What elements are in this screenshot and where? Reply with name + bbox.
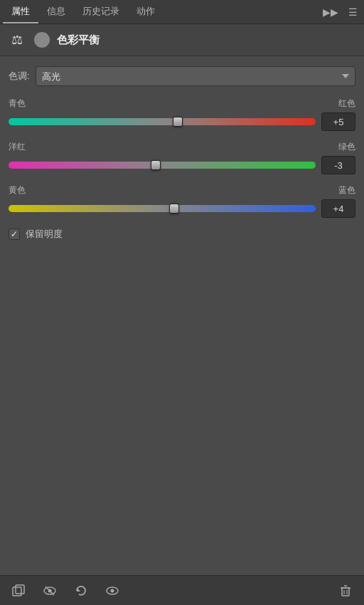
panel-title: 色彩平衡	[57, 33, 100, 47]
slider-track-3	[9, 205, 316, 212]
reset-icon	[74, 584, 88, 598]
slider-track-1	[9, 118, 316, 125]
slider-thumb-2[interactable]	[151, 160, 161, 170]
bottom-toolbar	[0, 575, 364, 605]
expand-btn[interactable]: ▶▶	[319, 5, 342, 19]
circle-icon	[34, 32, 50, 48]
svg-marker-4	[77, 588, 80, 591]
slider-container-3: +4	[9, 199, 355, 218]
content-area: 色调: 阴影 中间调 高光 青色 红色 +5 洋红 绿色	[0, 56, 364, 251]
slider-row-magenta-green: 洋红 绿色 -3	[9, 141, 355, 174]
svg-rect-1	[16, 585, 24, 594]
eye-icon	[43, 584, 57, 598]
slider-row-cyan-red: 青色 红色 +5	[9, 98, 355, 131]
svg-rect-0	[13, 587, 21, 596]
tab-extras: ▶▶ ☰	[319, 5, 361, 19]
visibility-button[interactable]	[40, 581, 60, 601]
right-label-3: 蓝色	[338, 184, 355, 196]
tone-label: 色调:	[9, 70, 30, 83]
slider-container-1: +5	[9, 112, 355, 131]
right-label-2: 绿色	[338, 141, 355, 153]
value-box-2: -3	[321, 156, 355, 174]
slider-container-2: -3	[9, 156, 355, 174]
preserve-luminosity-row: ✓ 保留明度	[9, 228, 355, 241]
clip-mask-button[interactable]	[9, 581, 28, 601]
svg-rect-7	[342, 588, 349, 596]
main-area	[0, 251, 364, 493]
slider-thumb-3[interactable]	[169, 204, 179, 214]
slider-thumb-1[interactable]	[173, 117, 183, 127]
slider-row-yellow-blue: 黄色 蓝色 +4	[9, 184, 355, 218]
preserve-luminosity-checkbox[interactable]: ✓	[9, 228, 20, 240]
tab-actions[interactable]: 动作	[128, 1, 164, 23]
clip-mask-icon	[11, 584, 26, 598]
delete-button[interactable]	[336, 581, 355, 601]
tab-history[interactable]: 历史记录	[74, 1, 128, 23]
tab-properties[interactable]: 属性	[3, 1, 38, 23]
checkmark-icon: ✓	[11, 230, 18, 238]
trash-icon	[338, 584, 353, 598]
slider-labels-1: 青色 红色	[9, 98, 355, 110]
preview-icon	[105, 584, 119, 598]
slider-track-2	[9, 162, 316, 169]
slider-labels-2: 洋红 绿色	[9, 141, 355, 153]
slider-track-wrap-1[interactable]	[9, 115, 316, 129]
tab-bar: 属性 信息 历史记录 动作 ▶▶ ☰	[0, 0, 364, 24]
tone-row: 色调: 阴影 中间调 高光	[9, 66, 355, 86]
panel-header: ⚖ 色彩平衡	[0, 24, 364, 56]
slider-labels-3: 黄色 蓝色	[9, 184, 355, 196]
slider-track-wrap-3[interactable]	[9, 201, 316, 216]
preview-button[interactable]	[102, 581, 122, 601]
left-label-3: 黄色	[9, 184, 26, 196]
tab-info[interactable]: 信息	[38, 1, 74, 23]
value-box-1: +5	[321, 112, 355, 131]
reset-button[interactable]	[71, 581, 91, 601]
scale-icon: ⚖	[11, 32, 23, 48]
left-label-1: 青色	[9, 98, 26, 110]
right-label-1: 红色	[338, 98, 355, 110]
menu-btn[interactable]: ☰	[345, 5, 361, 19]
value-box-3: +4	[321, 199, 355, 218]
preserve-luminosity-label: 保留明度	[26, 228, 63, 241]
left-label-2: 洋红	[9, 141, 26, 153]
tone-select[interactable]: 阴影 中间调 高光	[36, 66, 355, 86]
svg-point-6	[111, 589, 114, 592]
scale-icon-wrap: ⚖	[7, 30, 27, 50]
slider-track-wrap-2[interactable]	[9, 158, 316, 172]
